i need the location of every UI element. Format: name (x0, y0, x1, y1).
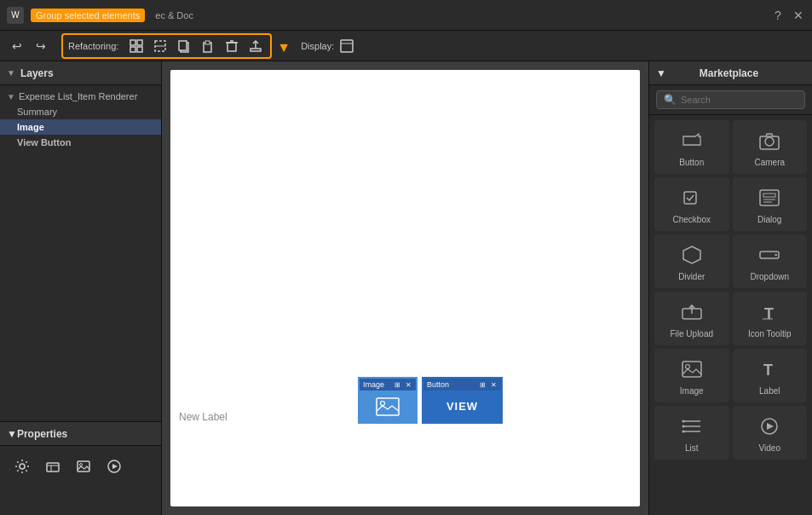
svg-point-44 (682, 425, 684, 428)
delete-icon-btn[interactable] (222, 37, 241, 55)
canvas-button-element[interactable]: Button ⊞ ✕ VIEW (422, 377, 503, 424)
group-selected-label: Group selected elements (31, 9, 145, 22)
svg-rect-26 (760, 136, 779, 149)
marketplace-search: 🔍 (649, 85, 812, 115)
top-bar: W Group selected elements ec & Doc ? ✕ (0, 0, 812, 31)
button-close-icon[interactable]: ✕ (489, 380, 498, 389)
svg-point-16 (20, 464, 25, 469)
marketplace-header: ▼ Marketplace (649, 61, 812, 85)
svg-text:T: T (763, 362, 773, 379)
button-header-icons: ⊞ ✕ (478, 380, 498, 389)
left-panel: ▼ Layers ▼ Expense List_Item Renderer Su… (0, 61, 162, 515)
button-pin-icon[interactable]: ⊞ (478, 380, 487, 389)
market-item-label-checkbox: Checkbox (673, 215, 711, 224)
market-item-camera[interactable]: Camera (733, 120, 808, 174)
market-item-image[interactable]: Image (654, 349, 729, 402)
tree-item-root[interactable]: ▼ Expense List_Item Renderer (0, 89, 161, 104)
market-divider-icon (678, 241, 705, 269)
button-element-body: VIEW (423, 391, 501, 422)
market-item-label-label: Label (759, 386, 780, 396)
properties-chevron: ▼ (7, 428, 17, 440)
canvas-paper: New Label Image ⊞ ✕ (170, 70, 640, 506)
tree-item-label-view-button: View Button (17, 137, 71, 148)
market-item-dropdown[interactable]: Dropdown (733, 234, 808, 288)
market-item-label-divider: Divider (678, 272, 705, 281)
properties-frame-icon[interactable] (41, 454, 65, 478)
tree-item-view-button[interactable]: View Button (0, 135, 161, 150)
image-pin-icon[interactable]: ⊞ (393, 380, 401, 389)
export-icon-btn[interactable] (246, 37, 265, 55)
display-label: Display: (301, 41, 334, 51)
refactoring-label: Refactoring: (68, 41, 118, 51)
market-icon-tooltip-icon: T (756, 298, 783, 326)
market-item-icon-tooltip[interactable]: T Icon Tooltip (733, 292, 808, 345)
tab-label: ec & Doc (155, 10, 193, 20)
svg-point-38 (685, 365, 689, 369)
group-icon-btn[interactable] (127, 37, 146, 55)
market-item-checkbox[interactable]: Checkbox (654, 177, 729, 231)
undo-button[interactable]: ↩ (7, 36, 27, 56)
top-bar-icons: ? ✕ (771, 9, 805, 22)
market-file-upload-icon (678, 298, 705, 326)
tree-item-image[interactable]: Image (0, 119, 161, 135)
properties-image-icon[interactable] (72, 454, 95, 478)
market-dropdown-icon (756, 241, 783, 269)
market-item-label-list: List (685, 443, 699, 453)
svg-rect-9 (205, 41, 210, 44)
properties-gear-icon[interactable] (10, 454, 34, 478)
market-camera-icon (756, 127, 783, 154)
image-close-icon[interactable]: ✕ (404, 380, 412, 389)
market-item-label-file-upload: File Upload (670, 329, 713, 339)
copy-icon-btn[interactable] (175, 37, 193, 55)
help-icon[interactable]: ? (771, 9, 785, 22)
market-item-dialog[interactable]: Dialog (733, 177, 808, 231)
svg-rect-1 (137, 40, 142, 45)
market-item-label[interactable]: T Label (733, 349, 808, 402)
market-item-list[interactable]: List (654, 406, 729, 460)
image-element-body (360, 391, 416, 422)
svg-rect-3 (137, 47, 142, 52)
svg-rect-28 (760, 190, 779, 205)
image-placeholder-icon (376, 397, 400, 416)
search-input[interactable] (681, 95, 798, 105)
properties-header: ▼ Properties (0, 422, 161, 446)
layers-chevron: ▼ (7, 68, 15, 78)
canvas-area[interactable]: New Label Image ⊞ ✕ (162, 61, 648, 515)
market-item-button[interactable]: Button (654, 120, 729, 174)
layers-title: Layers (20, 67, 54, 79)
svg-rect-2 (130, 47, 135, 52)
market-item-video[interactable]: Video (733, 406, 808, 460)
market-dialog-icon (756, 184, 783, 211)
properties-icons (0, 446, 161, 487)
ungroup-icon-btn[interactable] (151, 37, 170, 55)
close-icon[interactable]: ✕ (792, 9, 805, 22)
marketplace-grid: Button Camera (649, 115, 812, 515)
market-image-icon (678, 356, 705, 383)
properties-play-icon[interactable] (102, 454, 126, 478)
market-item-file-upload[interactable]: File Upload (654, 292, 729, 345)
svg-rect-23 (377, 398, 399, 415)
svg-rect-37 (682, 362, 701, 377)
redo-button[interactable]: ↪ (31, 36, 51, 56)
tree-item-summary[interactable]: Summary (0, 104, 161, 119)
right-panel: ▼ Marketplace 🔍 Button (648, 61, 812, 515)
svg-point-24 (381, 401, 385, 405)
market-item-label-dropdown: Dropdown (750, 272, 789, 281)
refactoring-group: Refactoring: (61, 33, 272, 59)
properties-title: Properties (17, 428, 67, 440)
canvas-image-element[interactable]: Image ⊞ ✕ (358, 377, 418, 424)
display-icon-btn[interactable] (337, 37, 356, 55)
market-item-label-camera: Camera (754, 158, 785, 167)
svg-rect-29 (763, 194, 775, 197)
market-item-divider[interactable]: Divider (654, 234, 729, 288)
marketplace-chevron: ▼ (656, 67, 666, 79)
market-button-icon (678, 127, 705, 154)
search-box: 🔍 (656, 90, 805, 109)
button-view-text: VIEW (446, 400, 478, 413)
paste-icon-btn[interactable] (199, 37, 217, 55)
tree-item-label-image: Image (17, 122, 44, 132)
svg-rect-14 (341, 40, 353, 52)
undo-redo-group: ↩ ↪ (7, 36, 51, 56)
svg-rect-7 (179, 41, 187, 50)
button-element-header: Button ⊞ ✕ (423, 379, 501, 391)
